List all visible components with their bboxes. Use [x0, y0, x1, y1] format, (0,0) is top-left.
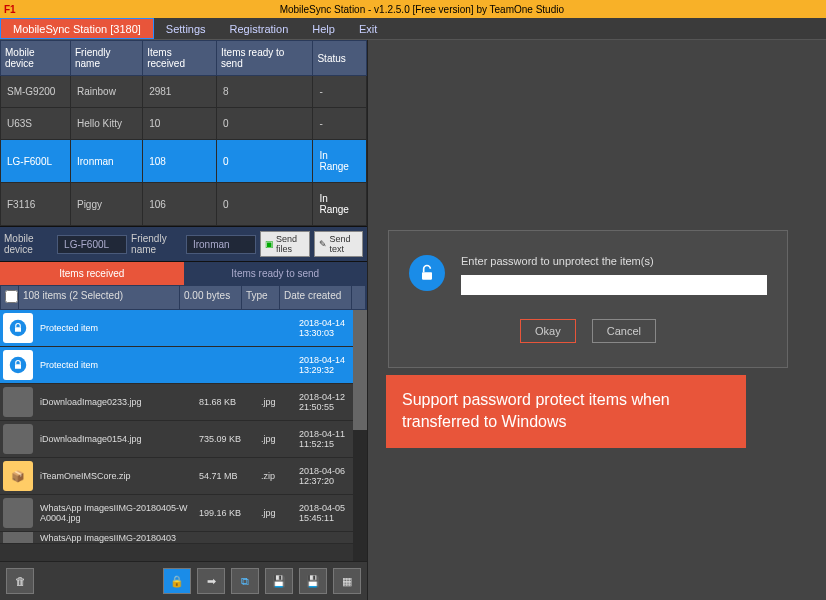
list-item[interactable]: iDownloadImage0233.jpg81.68 KB.jpg2018-0…: [0, 384, 367, 421]
password-input[interactable]: [461, 275, 767, 295]
col-date[interactable]: Date created: [280, 286, 352, 309]
image-thumb: [3, 498, 33, 528]
menu-settings[interactable]: Settings: [154, 18, 218, 39]
tab-items-received[interactable]: Items received: [0, 262, 184, 285]
menu-exit[interactable]: Exit: [347, 18, 389, 39]
grid-icon: ▦: [342, 575, 352, 588]
list-item[interactable]: Protected item2018-04-14 13:30:03: [0, 310, 367, 347]
list-item[interactable]: 📦 iTeamOneIMSCore.zip54.71 MB.zip2018-04…: [0, 458, 367, 495]
save-all-icon: 💾: [306, 575, 320, 588]
lock-icon: 🔒: [170, 575, 184, 588]
lock-icon: [3, 350, 33, 380]
list-item[interactable]: iDownloadImage0154.jpg735.09 KB.jpg2018-…: [0, 421, 367, 458]
image-thumb: [3, 532, 33, 544]
image-thumb: [3, 387, 33, 417]
copy-button[interactable]: ⧉: [231, 568, 259, 594]
left-panel: Mobile device Friendly name Items receiv…: [0, 40, 368, 600]
unlock-icon: [409, 255, 445, 291]
items-tabs: Items received Items ready to send: [0, 262, 367, 285]
col-ready[interactable]: Items ready to send: [217, 41, 313, 76]
zip-thumb: 📦: [3, 461, 33, 491]
scrollbar[interactable]: [353, 310, 367, 561]
tab-items-ready[interactable]: Items ready to send: [184, 262, 368, 285]
text-icon: ✎: [319, 239, 327, 249]
grid-button[interactable]: ▦: [333, 568, 361, 594]
okay-button[interactable]: Okay: [520, 319, 576, 343]
label-friendly: Friendly name: [131, 233, 182, 255]
device-table: Mobile device Friendly name Items receiv…: [0, 40, 367, 226]
col-received[interactable]: Items received: [143, 41, 217, 76]
device-row[interactable]: SM-G9200Rainbow29818-: [1, 76, 367, 108]
menu-help[interactable]: Help: [300, 18, 347, 39]
svg-rect-4: [422, 272, 432, 280]
password-dialog: Enter password to unprotect the item(s) …: [388, 230, 788, 368]
col-device[interactable]: Mobile device: [1, 41, 71, 76]
svg-rect-3: [15, 364, 21, 369]
save-button[interactable]: 💾: [265, 568, 293, 594]
cancel-button[interactable]: Cancel: [592, 319, 656, 343]
bottom-toolbar: 🗑 🔒 ➡ ⧉ 💾 💾 ▦: [0, 561, 367, 600]
label-device: Mobile device: [4, 233, 53, 255]
trash-icon: 🗑: [15, 575, 26, 587]
field-device: LG-F600L: [57, 235, 127, 254]
device-row[interactable]: U63SHello Kitty100-: [1, 108, 367, 140]
title-bar: F1 MobileSync Station - v1.2.5.0 [Free v…: [0, 0, 826, 18]
list-item[interactable]: Protected item2018-04-14 13:29:32: [0, 347, 367, 384]
plus-icon: ▣: [265, 239, 274, 249]
send-files-button[interactable]: ▣Send files: [260, 231, 311, 257]
right-panel: Enter password to unprotect the item(s) …: [368, 40, 826, 600]
scroll-thumb[interactable]: [353, 310, 367, 430]
items-header: 108 items (2 Selected) 0.00 bytes Type D…: [0, 285, 367, 310]
svg-rect-1: [15, 327, 21, 332]
unlock-button[interactable]: 🔒: [163, 568, 191, 594]
device-row[interactable]: F3116Piggy1060In Range: [1, 183, 367, 226]
col-size[interactable]: 0.00 bytes: [180, 286, 242, 309]
copy-icon: ⧉: [241, 575, 249, 588]
items-list[interactable]: Protected item2018-04-14 13:30:03 Protec…: [0, 310, 367, 561]
field-friendly: Ironman: [186, 235, 256, 254]
lock-icon: [3, 313, 33, 343]
save-all-button[interactable]: 💾: [299, 568, 327, 594]
menu-main[interactable]: MobileSync Station [3180]: [0, 18, 154, 39]
col-summary: 108 items (2 Selected): [19, 286, 180, 309]
arrow-right-icon: ➡: [207, 575, 216, 588]
feature-callout: Support password protect items when tran…: [386, 375, 746, 448]
menu-registration[interactable]: Registration: [218, 18, 301, 39]
checkbox-all[interactable]: [1, 286, 19, 309]
app-icon: F1: [4, 4, 16, 15]
image-thumb: [3, 424, 33, 454]
list-item[interactable]: WhatsApp ImagesIIMG-20180403: [0, 532, 367, 544]
delete-button[interactable]: 🗑: [6, 568, 34, 594]
send-text-button[interactable]: ✎Send text: [314, 231, 363, 257]
export-button[interactable]: ➡: [197, 568, 225, 594]
col-type[interactable]: Type: [242, 286, 280, 309]
device-row[interactable]: LG-F600LIronman1080In Range: [1, 140, 367, 183]
window-title: MobileSync Station - v1.2.5.0 [Free vers…: [22, 4, 822, 15]
list-item[interactable]: WhatsApp ImagesIIMG-20180405-WA0004.jpg1…: [0, 495, 367, 532]
col-friendly[interactable]: Friendly name: [70, 41, 142, 76]
menu-bar: MobileSync Station [3180] Settings Regis…: [0, 18, 826, 40]
dialog-message: Enter password to unprotect the item(s): [461, 255, 767, 267]
save-icon: 💾: [272, 575, 286, 588]
col-status[interactable]: Status: [313, 41, 367, 76]
device-info-bar: Mobile device LG-F600L Friendly name Iro…: [0, 226, 367, 262]
